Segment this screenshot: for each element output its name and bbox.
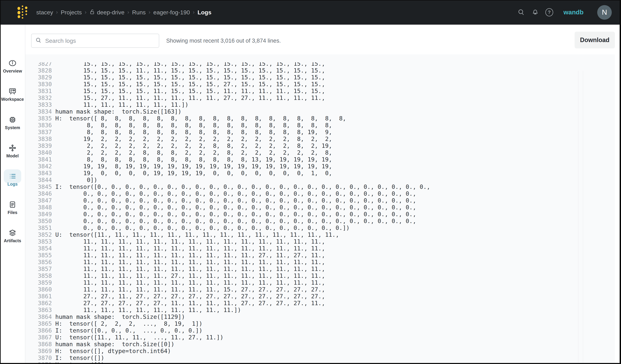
line-number: 3840: [38, 149, 52, 156]
breadcrumb-run-name[interactable]: eager-fog-190: [153, 9, 190, 16]
sidebar-item-workspace[interactable]: Workspace: [0, 87, 25, 102]
log-line: 3844 0]): [38, 177, 615, 183]
log-viewport: 3827 15., 15., 15., 15., 15., 15., 15., …: [25, 62, 615, 363]
log-count-status: Showing most recent 3,016 out of 3,874 l…: [166, 34, 281, 48]
log-line: 3845I: tensor([0., 0., 0., 0., 0., 0., 0…: [38, 183, 615, 190]
line-text: H: tensor([], dtype=torch.int64): [55, 347, 171, 354]
log-line: 3828 15., 15., 15., 11., 11., 15., 15., …: [38, 67, 615, 74]
log-line: 3869H: tensor([], dtype=torch.int64): [38, 347, 615, 354]
breadcrumb: stacey › Projects › deep-drive › Runs › …: [36, 0, 211, 25]
file-document-icon: [0, 200, 25, 209]
line-text: 15., 15., 15., 15., 15., 15., 15., 15., …: [55, 81, 325, 88]
line-number: 3839: [38, 142, 52, 149]
breadcrumb-runs[interactable]: Runs: [132, 9, 146, 16]
sidebar-item-logs[interactable]: Logs: [0, 172, 25, 187]
log-line: 3862 27., 27., 27., 27., 27., 11., 11., …: [38, 300, 615, 307]
breadcrumb-logs-current[interactable]: Logs: [198, 9, 211, 16]
log-line: 3849 0., 0., 0., 0., 0., 0., 0., 0., 0.,…: [38, 211, 615, 217]
wandb-home-link[interactable]: wandb: [564, 9, 584, 16]
search-icon: [35, 37, 42, 44]
log-line: 3830 15., 15., 15., 15., 15., 15., 15., …: [38, 81, 615, 88]
log-line: 3842 19, 19, 8, 19, 19, 19, 19, 19, 19, …: [38, 163, 615, 170]
line-text: 11., 11., 11., 11., 11., 11., 11., 11., …: [55, 238, 325, 245]
breadcrumb-separator: ›: [85, 9, 86, 15]
line-text: 11., 11., 11., 11., 11., 11.]): [55, 101, 189, 108]
line-number: 3871: [38, 361, 52, 363]
log-line: 3850 0., 0., 0., 0., 0., 0., 0., 0., 0.,…: [38, 217, 615, 224]
line-number: 3847: [38, 197, 52, 204]
sidebar-item-model[interactable]: Model: [0, 144, 25, 158]
log-line: 3852U: tensor([11., 11., 11., 11., 11., …: [38, 231, 615, 238]
line-number: 3852: [38, 231, 52, 238]
breadcrumb-separator: ›: [127, 9, 129, 15]
log-line: 3856 11., 11., 11., 11., 11., 11., 11., …: [38, 259, 615, 265]
sidebar-item-overview[interactable]: Overview: [0, 59, 25, 74]
log-line: 3870I: tensor([]): [38, 354, 615, 361]
help-icon[interactable]: ?: [545, 8, 553, 16]
sidebar-item-files[interactable]: Files: [0, 200, 25, 215]
breadcrumb-project[interactable]: deep-drive: [89, 9, 124, 16]
line-text: human mask shape: torch.Size([0]): [55, 341, 174, 347]
line-number: 3836: [38, 122, 52, 129]
log-line: 3840 2, 2, 2, 2, 8, 8, 8, 2, 2, 2, 8, 2,…: [38, 149, 615, 156]
line-number: 3848: [38, 204, 52, 211]
user-avatar[interactable]: N: [597, 5, 612, 20]
log-line: 3831 15., 15., 15., 15., 11., 15., 15., …: [38, 88, 615, 94]
log-line: 3837 8, 8, 8, 8, 8, 8, 8, 8, 8, 8, 8, 8,…: [38, 129, 615, 135]
line-text: 19, 19, 8, 19, 19, 19, 19, 19, 19, 19, 1…: [55, 163, 332, 170]
line-number: 3864: [38, 313, 52, 320]
log-line: 3858 11., 11., 11., 11., 11., 27., 11., …: [38, 272, 615, 279]
line-text: 8, 8, 8, 8, 8, 8, 8, 8, 8, 8, 8, 8, 8, 8…: [55, 122, 332, 129]
line-number: 3870: [38, 354, 52, 361]
breadcrumb-projects[interactable]: Projects: [61, 9, 82, 16]
line-text: 11., 11., 11., 11., 11., 11., 11., 11., …: [55, 279, 325, 286]
line-text: 8, 8, 8, 8, 8, 8, 8, 8, 8, 8, 8, 8, 8, 8…: [55, 129, 332, 135]
line-number: 3829: [38, 74, 52, 81]
line-text: 11., 11., 11., 11., 11., 11., 11., 11., …: [55, 245, 325, 252]
log-line: 3835H: tensor([ 8, 8, 8, 8, 8, 8, 8, 8, …: [38, 115, 615, 122]
log-line: 3860 11., 11., 11., 11., 11., 11., 11., …: [38, 286, 615, 293]
log-line: 3833 11., 11., 11., 11., 11., 11.]): [38, 101, 615, 108]
line-number: 3849: [38, 211, 52, 217]
line-number: 3830: [38, 81, 52, 88]
line-number: 3850: [38, 217, 52, 224]
log-line: 3855 11., 11., 11., 11., 11., 11., 11., …: [38, 252, 615, 259]
line-number: 3859: [38, 279, 52, 286]
line-number: 3865: [38, 320, 52, 327]
sidebar-item-artifacts[interactable]: Artifacts: [0, 229, 25, 243]
line-number: 3845: [38, 183, 52, 190]
log-panel[interactable]: 3827 15., 15., 15., 15., 15., 15., 15., …: [25, 54, 615, 363]
top-navbar: stacey › Projects › deep-drive › Runs › …: [0, 0, 621, 25]
log-search-box[interactable]: [31, 34, 159, 48]
log-line: 3861 27., 27., 11., 27., 27., 27., 27., …: [38, 293, 615, 300]
search-icon[interactable]: [517, 8, 525, 16]
log-line: 3859 11., 11., 11., 11., 11., 11., 11., …: [38, 279, 615, 286]
line-text: 15., 15., 15., 15., 11., 15., 15., 15., …: [55, 88, 325, 94]
line-number: 3862: [38, 300, 52, 307]
log-lines: 3827 15., 15., 15., 15., 15., 15., 15., …: [25, 62, 615, 363]
sidebar-item-system[interactable]: System: [0, 116, 25, 130]
line-text: U: tensor([]): [55, 361, 104, 363]
line-text: 11., 11., 11., 11., 11., 11., 11., 11., …: [55, 252, 325, 259]
line-number: 3853: [38, 238, 52, 245]
wandb-logo-icon[interactable]: [17, 5, 28, 20]
line-number: 3854: [38, 245, 52, 252]
line-text: 11., 11., 11., 11., 11., 11., 11., 11., …: [55, 265, 325, 272]
breadcrumb-entity[interactable]: stacey: [36, 9, 53, 16]
line-text: 15., 15., 15., 15., 15., 15., 15., 15., …: [55, 74, 325, 81]
line-text: 2, 2, 2, 2, 2, 2, 2, 2, 2, 8, 8, 2, 2, 2…: [55, 142, 332, 149]
log-line: 3847 0., 0., 0., 0., 0., 0., 0., 0., 0.,…: [38, 197, 615, 204]
log-line: 3854 11., 11., 11., 11., 11., 11., 11., …: [38, 245, 615, 252]
search-logs-input[interactable]: [45, 37, 155, 44]
line-text: 0., 0., 0., 0., 0., 0., 0., 0., 0., 0., …: [55, 197, 416, 204]
line-text: 8, 8, 8, 8, 8, 8, 8, 8, 8, 8, 8, 8, 13, …: [55, 156, 332, 163]
line-text: 0., 0., 0., 0., 0., 0., 0., 0., 0., 0., …: [55, 204, 416, 211]
line-number: 3838: [38, 135, 52, 142]
log-line: 3834human mask shape: torch.Size([163]): [38, 108, 615, 115]
line-text: 2, 2, 2, 2, 8, 8, 8, 2, 2, 2, 8, 2, 2, 2…: [55, 149, 332, 156]
notifications-bell-icon[interactable]: [531, 8, 539, 16]
download-button[interactable]: Download: [575, 32, 615, 49]
open-lock-icon: [89, 9, 95, 16]
line-text: 11., 11., 11., 11., 11., 11., 11., 11., …: [55, 307, 241, 313]
line-number: 3861: [38, 293, 52, 300]
